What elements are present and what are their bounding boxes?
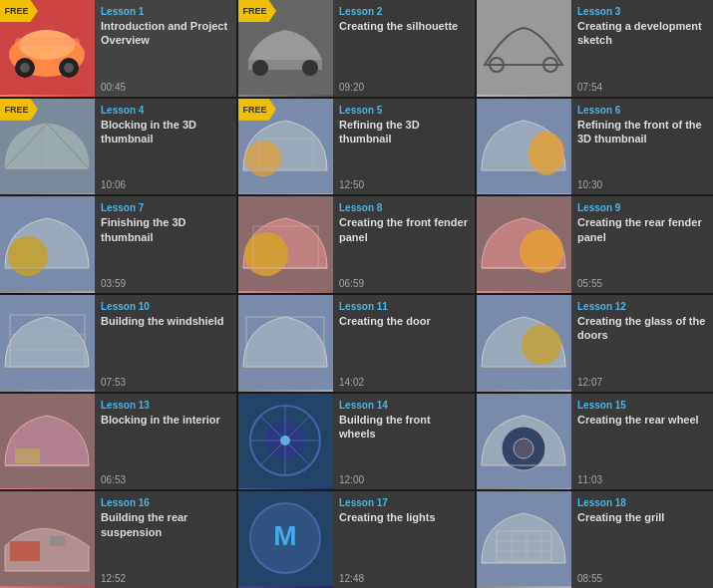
- lesson-info-11: Lesson 11Creating the door14:02: [333, 295, 475, 392]
- lesson-thumbnail-15: [477, 394, 571, 490]
- lesson-number-1: Lesson 1: [101, 6, 230, 17]
- lesson-title-18: Creating the grill: [577, 510, 707, 569]
- lesson-duration-17: 12:48: [339, 573, 469, 584]
- lesson-thumbnail-5: FREE: [238, 99, 333, 195]
- lesson-info-10: Lesson 10Building the windshield07:53: [95, 295, 236, 392]
- lesson-info-2: Lesson 2Creating the silhouette09:20: [333, 0, 475, 97]
- lesson-card-4[interactable]: FREELesson 4Blocking in the 3D thumbnail…: [0, 99, 236, 195]
- lesson-info-1: Lesson 1Introduction and Project Overvie…: [95, 0, 236, 97]
- lesson-number-18: Lesson 18: [577, 497, 707, 508]
- svg-text:M: M: [273, 520, 296, 551]
- lesson-title-10: Building the windshield: [101, 314, 230, 373]
- lesson-card-13[interactable]: Lesson 13Blocking in the interior06:53: [0, 394, 236, 490]
- svg-point-24: [529, 132, 564, 175]
- lesson-info-7: Lesson 7Finishing the 3D thumbnail03:59: [95, 196, 236, 293]
- lesson-thumbnail-3: [477, 0, 571, 97]
- lesson-title-14: Building the front wheels: [339, 413, 469, 471]
- free-badge-4: FREE: [0, 99, 38, 121]
- lesson-duration-14: 12:00: [339, 474, 469, 485]
- lesson-thumbnail-13: [0, 394, 95, 490]
- lesson-card-3[interactable]: Lesson 3Creating a development sketch07:…: [477, 0, 713, 97]
- lesson-title-11: Creating the door: [339, 314, 469, 373]
- lesson-title-12: Creating the glass of the doors: [577, 314, 707, 373]
- lesson-title-6: Refining the front of the 3D thumbnail: [577, 118, 707, 176]
- lesson-thumbnail-9: [477, 196, 571, 293]
- lesson-thumbnail-17: M: [238, 491, 333, 588]
- svg-point-10: [302, 60, 318, 76]
- lesson-card-1[interactable]: FREELesson 1Introduction and Project Ove…: [0, 0, 236, 97]
- lesson-duration-18: 08:55: [577, 573, 707, 584]
- lesson-thumbnail-10: [0, 295, 95, 392]
- lesson-info-14: Lesson 14Building the front wheels12:00: [333, 394, 475, 490]
- lesson-title-5: Refining the 3D thumbnail: [339, 118, 469, 176]
- lesson-info-9: Lesson 9Creating the rear fender panel05…: [571, 196, 713, 293]
- free-badge-5: FREE: [238, 99, 276, 121]
- svg-point-30: [244, 232, 288, 276]
- lesson-title-4: Blocking in the 3D thumbnail: [101, 118, 230, 176]
- lesson-card-6[interactable]: Lesson 6Refining the front of the 3D thu…: [477, 99, 713, 195]
- lesson-info-13: Lesson 13Blocking in the interior06:53: [95, 394, 236, 490]
- lesson-duration-8: 06:59: [339, 278, 469, 289]
- lesson-number-17: Lesson 17: [339, 497, 469, 508]
- svg-rect-11: [477, 0, 571, 95]
- lesson-card-18[interactable]: Lesson 18Creating the grill08:55: [477, 491, 713, 588]
- lesson-card-9[interactable]: Lesson 9Creating the rear fender panel05…: [477, 196, 713, 293]
- lesson-thumbnail-16: [0, 491, 95, 588]
- lesson-info-17: Lesson 17Creating the lights12:48: [333, 491, 475, 588]
- lesson-number-16: Lesson 16: [101, 497, 230, 508]
- lesson-title-15: Creating the rear wheel: [577, 413, 707, 471]
- lesson-card-12[interactable]: Lesson 12Creating the glass of the doors…: [477, 295, 713, 392]
- lesson-card-2[interactable]: FREELesson 2Creating the silhouette09:20: [238, 0, 475, 97]
- svg-rect-63: [10, 541, 40, 561]
- lesson-thumbnail-7: [0, 196, 95, 293]
- lesson-number-14: Lesson 14: [339, 400, 469, 411]
- svg-point-45: [522, 325, 561, 365]
- lesson-card-17[interactable]: MLesson 17Creating the lights12:48: [238, 491, 475, 588]
- svg-point-34: [520, 229, 563, 273]
- svg-rect-7: [15, 38, 80, 46]
- lesson-card-8[interactable]: Lesson 8Creating the front fender panel0…: [238, 196, 475, 293]
- svg-point-5: [20, 63, 30, 73]
- lesson-duration-7: 03:59: [101, 278, 230, 289]
- lesson-info-8: Lesson 8Creating the front fender panel0…: [333, 196, 475, 293]
- lesson-thumbnail-8: [238, 196, 333, 293]
- lesson-info-5: Lesson 5Refining the 3D thumbnail12:50: [333, 99, 475, 195]
- lesson-thumbnail-1: FREE: [0, 0, 95, 97]
- lessons-grid: FREELesson 1Introduction and Project Ove…: [0, 0, 713, 588]
- lesson-info-4: Lesson 4Blocking in the 3D thumbnail10:0…: [95, 99, 236, 195]
- lesson-title-16: Building the rear suspension: [101, 510, 230, 569]
- lesson-number-9: Lesson 9: [577, 202, 707, 213]
- lesson-title-13: Blocking in the interior: [101, 413, 230, 471]
- lesson-duration-12: 12:07: [577, 377, 707, 388]
- lesson-number-3: Lesson 3: [577, 6, 707, 17]
- lesson-title-2: Creating the silhouette: [339, 19, 469, 78]
- lesson-card-7[interactable]: Lesson 7Finishing the 3D thumbnail03:59: [0, 196, 236, 293]
- lesson-duration-1: 00:45: [101, 82, 230, 93]
- lesson-duration-6: 10:30: [577, 179, 707, 190]
- lesson-info-16: Lesson 16Building the rear suspension12:…: [95, 491, 236, 588]
- svg-point-9: [252, 60, 268, 76]
- lesson-card-10[interactable]: Lesson 10Building the windshield07:53: [0, 295, 236, 392]
- lesson-thumbnail-14: [238, 394, 333, 490]
- lesson-card-5[interactable]: FREELesson 5Refining the 3D thumbnail12:…: [238, 99, 475, 195]
- lesson-title-17: Creating the lights: [339, 510, 469, 569]
- lesson-duration-16: 12:52: [101, 573, 230, 584]
- lesson-title-7: Finishing the 3D thumbnail: [101, 215, 230, 274]
- lesson-duration-10: 07:53: [101, 377, 230, 388]
- lesson-duration-4: 10:06: [101, 179, 230, 190]
- lesson-info-3: Lesson 3Creating a development sketch07:…: [571, 0, 713, 97]
- lesson-number-8: Lesson 8: [339, 202, 469, 213]
- lesson-card-15[interactable]: Lesson 15Creating the rear wheel11:03: [477, 394, 713, 490]
- free-badge-1: FREE: [0, 0, 38, 22]
- lesson-number-6: Lesson 6: [577, 105, 707, 116]
- svg-point-6: [64, 63, 74, 73]
- lesson-info-6: Lesson 6Refining the front of the 3D thu…: [571, 99, 713, 195]
- lesson-thumbnail-6: [477, 99, 571, 195]
- svg-rect-64: [50, 536, 65, 546]
- lesson-card-14[interactable]: Lesson 14Building the front wheels12:00: [238, 394, 475, 490]
- lesson-card-11[interactable]: Lesson 11Creating the door14:02: [238, 295, 475, 392]
- lesson-info-15: Lesson 15Creating the rear wheel11:03: [571, 394, 713, 490]
- lesson-duration-5: 12:50: [339, 179, 469, 190]
- lesson-card-16[interactable]: Lesson 16Building the rear suspension12:…: [0, 491, 236, 588]
- lesson-title-1: Introduction and Project Overview: [101, 19, 230, 78]
